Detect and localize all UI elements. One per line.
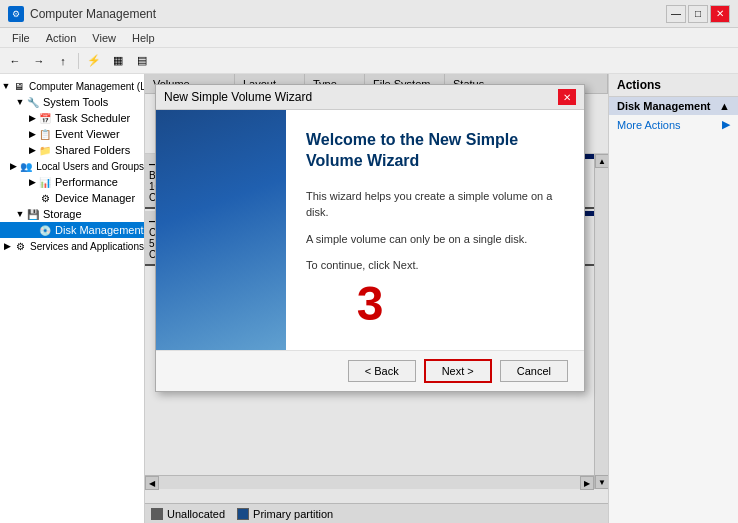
disk-icon: 💿 [38,223,52,237]
modal-title-bar: New Simple Volume Wizard ✕ [156,85,584,110]
tree-services[interactable]: ▶ ⚙ Services and Applications [0,238,144,254]
menu-bar: File Action View Help [0,28,738,48]
menu-view[interactable]: View [84,31,124,45]
tree-device-manager[interactable]: ⚙ Device Manager [0,190,144,206]
actions-disk-management: Disk Management ▲ [609,97,738,115]
tree-area[interactable]: ▼ 🖥 Computer Management (Local ▼ 🔧 Syste… [0,74,144,501]
more-actions-arrow: ▶ [722,118,730,131]
modal-footer: < Back Next > Cancel [156,350,584,391]
wizard-desc-1: This wizard helps you create a simple vo… [306,188,564,221]
center-area: Volume Layout Type File System Status Pr… [145,74,608,523]
computer-icon: 🖥 [12,79,26,93]
modal-body: Welcome to the New Simple Volume Wizard … [156,110,584,350]
back-button[interactable]: < Back [348,360,416,382]
main-layout: ▼ 🖥 Computer Management (Local ▼ 🔧 Syste… [0,74,738,523]
up-button[interactable]: ↑ [52,51,74,71]
expand-arrow: ▶ [26,144,38,156]
modal-overlay: New Simple Volume Wizard ✕ Welcome to th… [145,74,608,523]
wizard-modal: New Simple Volume Wizard ✕ Welcome to th… [155,84,585,392]
toolbar-separator [78,53,79,69]
wizard-desc-2: A simple volume can only be on a single … [306,231,564,248]
menu-file[interactable]: File [4,31,38,45]
tree-system-tools[interactable]: ▼ 🔧 System Tools [0,94,144,110]
expand-icon: ▲ [719,100,730,112]
view-button[interactable]: ▦ [107,51,129,71]
forward-button[interactable]: → [28,51,50,71]
tree-task-scheduler[interactable]: ▶ 📅 Task Scheduler [0,110,144,126]
tree-shared-folders[interactable]: ▶ 📁 Shared Folders [0,142,144,158]
menu-help[interactable]: Help [124,31,163,45]
cancel-button[interactable]: Cancel [500,360,568,382]
no-arrow [26,224,38,236]
expand-arrow: ▶ [26,128,38,140]
list-button[interactable]: ▤ [131,51,153,71]
tree-local-users[interactable]: ▶ 👥 Local Users and Groups [0,158,144,174]
next-button[interactable]: Next > [424,359,492,383]
expand-arrow: ▶ [26,112,38,124]
storage-icon: 💾 [26,207,40,221]
tree-computer-management[interactable]: ▼ 🖥 Computer Management (Local [0,78,144,94]
expand-arrow: ▶ [1,240,13,252]
close-button[interactable]: ✕ [710,5,730,23]
scheduler-icon: 📅 [38,111,52,125]
actions-section-label: Disk Management [617,100,711,112]
tools-icon: 🔧 [26,95,40,109]
modal-title: New Simple Volume Wizard [164,90,312,104]
toolbar: ← → ↑ ⚡ ▦ ▤ [0,48,738,74]
wizard-welcome-title: Welcome to the New Simple Volume Wizard [306,130,564,172]
expand-arrow: ▼ [14,96,26,108]
window-title: Computer Management [30,7,666,21]
left-panel: ▼ 🖥 Computer Management (Local ▼ 🔧 Syste… [0,74,145,523]
tree-storage[interactable]: ▼ 💾 Storage [0,206,144,222]
expand-arrow: ▼ [0,80,12,92]
wizard-sidebar-graphic [156,110,286,350]
event-icon: 📋 [38,127,52,141]
more-actions-label: More Actions [617,119,681,131]
more-actions-item[interactable]: More Actions ▶ [609,115,738,134]
menu-action[interactable]: Action [38,31,85,45]
tree-event-viewer[interactable]: ▶ 📋 Event Viewer [0,126,144,142]
users-icon: 👥 [19,159,33,173]
expand-arrow: ▶ [26,176,38,188]
folder-icon: 📁 [38,143,52,157]
maximize-button[interactable]: □ [688,5,708,23]
actions-header: Actions [609,74,738,97]
window-controls: — □ ✕ [666,5,730,23]
performance-icon: 📊 [38,175,52,189]
no-arrow [26,192,38,204]
back-button[interactable]: ← [4,51,26,71]
tree-disk-management[interactable]: 💿 Disk Management [0,222,144,238]
tree-performance[interactable]: ▶ 📊 Performance [0,174,144,190]
right-panel: Actions Disk Management ▲ More Actions ▶ [608,74,738,523]
services-icon: ⚙ [13,239,27,253]
device-icon: ⚙ [38,191,52,205]
modal-close-button[interactable]: ✕ [558,89,576,105]
wizard-content: Welcome to the New Simple Volume Wizard … [286,110,584,350]
wizard-desc-3: To continue, click Next. [306,257,564,274]
expand-arrow: ▶ [7,160,19,172]
app-icon: ⚙ [8,6,24,22]
action-button[interactable]: ⚡ [83,51,105,71]
title-bar: ⚙ Computer Management — □ ✕ [0,0,738,28]
expand-arrow: ▼ [14,208,26,220]
minimize-button[interactable]: — [666,5,686,23]
